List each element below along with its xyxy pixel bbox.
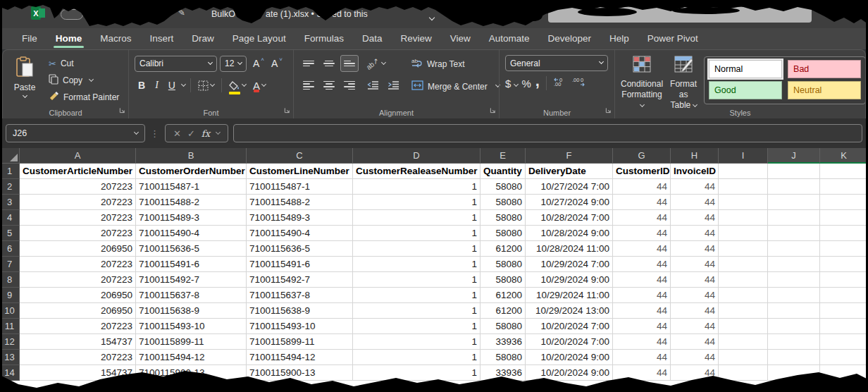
alignment-dialog-launcher-icon[interactable] bbox=[490, 106, 496, 116]
cell-H14[interactable]: 44 bbox=[671, 365, 719, 381]
cell-A6[interactable]: 206950 bbox=[20, 241, 136, 257]
cell-E1[interactable]: Quantity bbox=[480, 164, 526, 179]
column-header-H[interactable]: H bbox=[671, 148, 719, 164]
cell-A14[interactable]: 154737 bbox=[20, 365, 136, 381]
cell-I9[interactable] bbox=[719, 288, 768, 303]
row-header-7[interactable]: 7 bbox=[0, 257, 20, 272]
cell-J11[interactable] bbox=[768, 319, 820, 334]
cell-J1[interactable] bbox=[768, 164, 820, 179]
cell-J14[interactable] bbox=[768, 365, 820, 381]
cell-C8[interactable]: 7100115492-7 bbox=[247, 272, 353, 288]
cell-F1[interactable]: DeliveryDate bbox=[526, 164, 613, 179]
font-color-button[interactable]: A bbox=[251, 77, 268, 94]
tab-automate[interactable]: Automate bbox=[480, 28, 539, 49]
align-right-button[interactable] bbox=[340, 77, 359, 94]
cell-A10[interactable]: 206950 bbox=[20, 303, 136, 319]
cell-K4[interactable] bbox=[820, 210, 868, 226]
number-format-combo[interactable]: General bbox=[505, 55, 608, 71]
accounting-format-button[interactable]: $ bbox=[505, 78, 518, 90]
cell-K14[interactable] bbox=[820, 365, 868, 381]
tab-view[interactable]: View bbox=[441, 28, 480, 49]
cell-K10[interactable] bbox=[820, 303, 868, 319]
align-left-button[interactable] bbox=[299, 77, 318, 94]
cell-F8[interactable]: 10/29/2024 9:00 bbox=[526, 272, 613, 288]
tab-developer[interactable]: Developer bbox=[539, 28, 601, 49]
cell-E2[interactable]: 58080 bbox=[480, 179, 526, 195]
row-header-5[interactable]: 5 bbox=[0, 226, 20, 241]
cell-H13[interactable]: 44 bbox=[671, 350, 719, 365]
tab-power-pivot[interactable]: Power Pivot bbox=[638, 28, 707, 49]
column-header-F[interactable]: F bbox=[526, 148, 613, 164]
column-header-A[interactable]: A bbox=[20, 148, 136, 164]
cell-A12[interactable]: 154737 bbox=[20, 334, 136, 350]
tab-review[interactable]: Review bbox=[391, 28, 440, 49]
cell-I12[interactable] bbox=[719, 334, 768, 350]
paste-button[interactable]: Paste bbox=[8, 55, 41, 106]
copy-chevron-icon[interactable] bbox=[89, 76, 94, 81]
cell-C11[interactable]: 7100115493-10 bbox=[247, 319, 353, 334]
decrease-font-size-button[interactable]: A˅ bbox=[268, 55, 287, 72]
cell-B10[interactable]: 7100115638-9 bbox=[136, 303, 247, 319]
select-all-button[interactable] bbox=[0, 148, 20, 164]
tab-file[interactable]: File bbox=[13, 28, 46, 49]
merge-center-button[interactable]: Merge & Center bbox=[409, 78, 502, 95]
wrap-text-button[interactable]: ab Wrap Text bbox=[409, 55, 502, 73]
cell-H7[interactable]: 44 bbox=[671, 257, 719, 272]
cell-G8[interactable]: 44 bbox=[613, 272, 671, 288]
font-name-combo[interactable]: Calibri bbox=[135, 56, 217, 72]
cell-K12[interactable] bbox=[820, 334, 868, 350]
cell-C10[interactable]: 7100115638-9 bbox=[247, 303, 353, 319]
insert-function-icon[interactable]: fx bbox=[202, 128, 210, 139]
cell-D7[interactable]: 1 bbox=[353, 257, 480, 272]
cell-D5[interactable]: 1 bbox=[353, 226, 480, 241]
cell-C2[interactable]: 7100115487-1 bbox=[247, 179, 353, 195]
cell-C1[interactable]: CustomerLineNumber bbox=[247, 164, 353, 179]
cell-D3[interactable]: 1 bbox=[353, 195, 480, 210]
cell-D14[interactable]: 1 bbox=[353, 365, 480, 381]
cell-B13[interactable]: 7100115494-12 bbox=[136, 350, 247, 365]
cell-D4[interactable]: 1 bbox=[353, 210, 480, 226]
row-header-12[interactable]: 12 bbox=[0, 334, 20, 350]
cell-H1[interactable]: InvoiceID bbox=[671, 164, 719, 179]
cell-G4[interactable]: 44 bbox=[613, 210, 671, 226]
cell-B2[interactable]: 7100115487-1 bbox=[136, 179, 247, 195]
cell-G1[interactable]: CustomerID bbox=[613, 164, 671, 179]
underline-button[interactable]: U bbox=[165, 77, 179, 94]
cell-D6[interactable]: 1 bbox=[353, 241, 480, 257]
increase-decimal-button[interactable]: .000 bbox=[553, 77, 567, 90]
cell-E8[interactable]: 58080 bbox=[480, 272, 526, 288]
cell-J2[interactable] bbox=[768, 179, 820, 195]
cell-G2[interactable]: 44 bbox=[613, 179, 671, 195]
cell-B9[interactable]: 7100115637-8 bbox=[136, 288, 247, 303]
cell-I7[interactable] bbox=[719, 257, 768, 272]
align-bottom-button[interactable] bbox=[340, 55, 359, 72]
column-header-B[interactable]: B bbox=[136, 148, 247, 164]
cell-D13[interactable]: 1 bbox=[353, 350, 480, 365]
cell-I5[interactable] bbox=[719, 226, 768, 241]
cell-B5[interactable]: 7100115490-4 bbox=[136, 226, 247, 241]
cell-K2[interactable] bbox=[820, 179, 868, 195]
cut-button[interactable]: ✂ Cut bbox=[46, 55, 121, 72]
cell-F4[interactable]: 10/28/2024 7:00 bbox=[526, 210, 613, 226]
search-box[interactable] bbox=[548, 7, 812, 23]
cell-D12[interactable]: 1 bbox=[353, 334, 480, 350]
cell-E11[interactable]: 58080 bbox=[480, 319, 526, 334]
bold-button[interactable]: B bbox=[135, 77, 149, 94]
cell-J13[interactable] bbox=[768, 350, 820, 365]
font-dialog-launcher-icon[interactable] bbox=[284, 106, 290, 116]
cell-C5[interactable]: 7100115490-4 bbox=[247, 226, 353, 241]
cell-B1[interactable]: CustomerOrderNumber bbox=[136, 164, 247, 179]
cell-K1[interactable] bbox=[820, 164, 868, 179]
row-header-10[interactable]: 10 bbox=[0, 303, 20, 319]
cell-K8[interactable] bbox=[820, 272, 868, 288]
cell-C3[interactable]: 7100115488-2 bbox=[247, 195, 353, 210]
cell-I2[interactable] bbox=[719, 179, 768, 195]
column-header-I[interactable]: I bbox=[719, 148, 768, 164]
cell-A9[interactable]: 206950 bbox=[20, 288, 136, 303]
cell-B14[interactable]: 7100115900-13 bbox=[136, 365, 247, 381]
cell-G11[interactable]: 44 bbox=[613, 319, 671, 334]
cell-H10[interactable]: 44 bbox=[671, 303, 719, 319]
align-top-button[interactable] bbox=[299, 55, 318, 72]
cell-J9[interactable] bbox=[768, 288, 820, 303]
increase-font-size-button[interactable]: A˄ bbox=[249, 55, 269, 72]
